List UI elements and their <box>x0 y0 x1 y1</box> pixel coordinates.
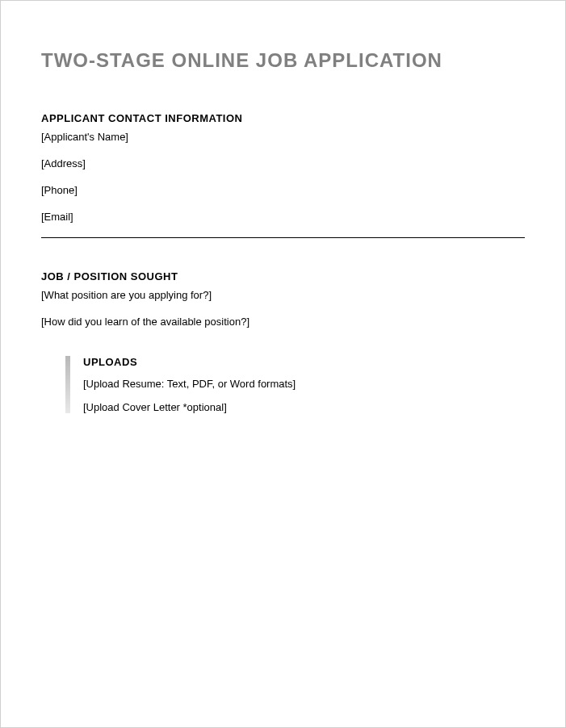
section-uploads: UPLOADS [Upload Resume: Text, PDF, or Wo… <box>65 356 525 413</box>
field-upload-resume[interactable]: [Upload Resume: Text, PDF, or Word forma… <box>83 378 525 390</box>
field-applicant-name[interactable]: [Applicant's Name] <box>41 131 525 143</box>
section-job: JOB / POSITION SOUGHT [What position are… <box>41 270 525 328</box>
field-position[interactable]: [What position are you applying for?] <box>41 289 525 301</box>
section-contact: APPLICANT CONTACT INFORMATION [Applicant… <box>41 112 525 223</box>
field-source[interactable]: [How did you learn of the available posi… <box>41 316 525 328</box>
uploads-heading: UPLOADS <box>83 356 525 368</box>
field-email[interactable]: [Email] <box>41 211 525 223</box>
field-upload-cover-letter[interactable]: [Upload Cover Letter *optional] <box>83 401 525 413</box>
job-heading: JOB / POSITION SOUGHT <box>41 270 525 282</box>
uploads-accent-bar <box>65 356 70 413</box>
page-title: TWO-STAGE ONLINE JOB APPLICATION <box>41 49 525 72</box>
document-page: TWO-STAGE ONLINE JOB APPLICATION APPLICA… <box>0 0 566 728</box>
field-phone[interactable]: [Phone] <box>41 184 525 196</box>
section-divider <box>41 237 525 238</box>
field-address[interactable]: [Address] <box>41 157 525 169</box>
contact-heading: APPLICANT CONTACT INFORMATION <box>41 112 525 124</box>
